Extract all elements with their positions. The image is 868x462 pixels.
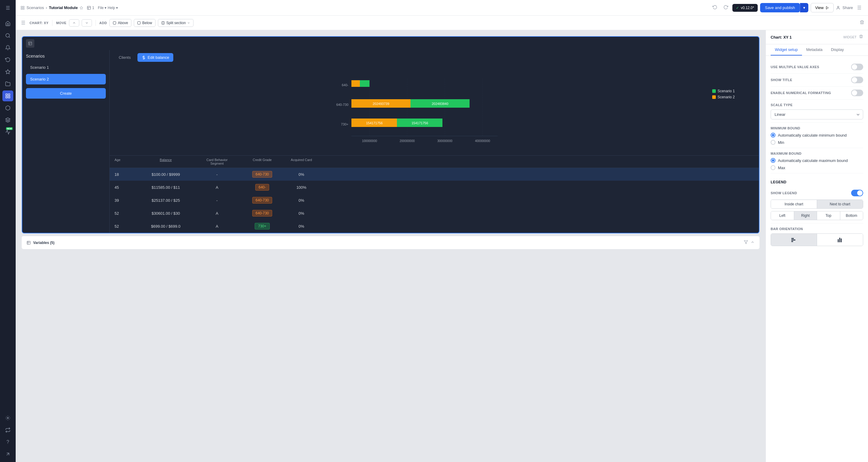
- move-up-button[interactable]: [69, 19, 79, 27]
- orientation-vertical-button[interactable]: [817, 234, 863, 246]
- sidebar-icon-export[interactable]: [2, 449, 13, 460]
- save-publish-button[interactable]: Save and publish: [760, 3, 800, 12]
- cell-acquired: 0%: [283, 197, 319, 204]
- file-menu[interactable]: File ▾: [98, 6, 107, 10]
- sidebar-toggle-button[interactable]: ☰: [19, 18, 27, 27]
- show-title-toggle[interactable]: [851, 77, 863, 83]
- svg-rect-18: [137, 21, 140, 24]
- legend-right-button[interactable]: Right: [794, 211, 817, 220]
- table-row[interactable]: 18 $100.00 / $9999 - 640-730 0%: [110, 168, 759, 181]
- redo-button[interactable]: [721, 3, 730, 13]
- orientation-horizontal-button[interactable]: [771, 234, 817, 246]
- scenario-item-2[interactable]: Scenario 2: [26, 74, 106, 84]
- cell-segment: A: [193, 223, 241, 230]
- sidebar-icon-bell[interactable]: [2, 42, 13, 53]
- help-menu[interactable]: Help ▾: [107, 6, 118, 10]
- cell-grade: 730+: [241, 223, 283, 230]
- sidebar-icon-search[interactable]: [2, 30, 13, 41]
- legend-top-button[interactable]: Top: [817, 211, 840, 220]
- tab-display[interactable]: Display: [827, 44, 848, 56]
- right-panel-content: USE MULTIPLE VALUE AXES SHOW TITLE ENABL…: [766, 56, 868, 462]
- sidebar-icon-question[interactable]: ?: [2, 437, 13, 447]
- share-button[interactable]: Share: [836, 5, 853, 10]
- save-publish-group: Save and publish ▾: [760, 3, 808, 12]
- max-auto-radio: [771, 158, 775, 163]
- cell-grade: 640-730: [241, 197, 283, 204]
- panel-delete-button[interactable]: [859, 34, 863, 40]
- legend-label-1: Scenario 1: [718, 89, 735, 93]
- legend-left-button[interactable]: Left: [771, 211, 794, 220]
- tab-clients[interactable]: Clients: [115, 53, 135, 61]
- legend-bottom-button[interactable]: Bottom: [840, 211, 863, 220]
- add-above-button[interactable]: Above: [110, 19, 131, 27]
- min-manual-option[interactable]: Min: [771, 140, 863, 145]
- cell-age: 52: [115, 210, 138, 216]
- cell-segment: A: [193, 184, 241, 191]
- scenario-item-1[interactable]: Scenario 1: [26, 62, 106, 73]
- sidebar-icon-cube[interactable]: [2, 103, 13, 113]
- min-bound-label: MINIMUM BOUND: [771, 126, 800, 130]
- move-down-button[interactable]: [82, 19, 92, 27]
- tab-metadata[interactable]: Metadata: [802, 44, 827, 56]
- sidebar-icon-new[interactable]: NEW: [2, 127, 13, 138]
- sidebar-icon-grid[interactable]: [2, 90, 13, 101]
- show-legend-toggle[interactable]: [851, 190, 863, 196]
- toolbar-divider-1: [52, 20, 53, 26]
- cell-age: 52: [115, 223, 138, 230]
- version-button[interactable]: ✓ v0.12.0*: [733, 4, 758, 12]
- sidebar-icon-menu[interactable]: ☰: [2, 2, 13, 13]
- header-actions: ✓ v0.12.0* Save and publish ▾ View Share…: [711, 3, 863, 13]
- max-auto-option[interactable]: Automatically calculate maximum bound: [771, 158, 863, 163]
- sidebar-icon-share[interactable]: [2, 425, 13, 435]
- scenarios-title: Scenarios: [26, 54, 106, 58]
- svg-rect-51: [841, 238, 842, 242]
- table-row[interactable]: 39 $25137.00 / $25 - 640-730 0%: [110, 194, 759, 207]
- svg-text:202493739: 202493739: [373, 102, 389, 106]
- table-row[interactable]: 52 $699.00 / $699.0 A 730+ 0%: [110, 220, 759, 233]
- tab-widget-setup[interactable]: Widget setup: [771, 44, 802, 56]
- sidebar-icon-star[interactable]: [2, 66, 13, 77]
- sidebar-icon-settings[interactable]: [2, 412, 13, 424]
- multiple-axes-toggle[interactable]: [851, 64, 863, 70]
- scale-type-select[interactable]: Linear Logarithmic: [771, 110, 863, 119]
- sidebar-icon-folder[interactable]: [2, 79, 13, 89]
- version-check-icon: ✓: [736, 6, 739, 10]
- svg-rect-50: [839, 238, 840, 242]
- breadcrumb: Scenarios › Tutorial Module: [21, 5, 83, 10]
- view-button[interactable]: View: [811, 3, 834, 12]
- max-manual-option[interactable]: Max: [771, 165, 863, 170]
- inside-chart-button[interactable]: Inside chart: [771, 200, 817, 208]
- delete-widget-button[interactable]: [860, 20, 864, 26]
- legend-title: LEGEND: [771, 176, 863, 187]
- cell-segment: -: [193, 197, 241, 204]
- scenarios-panel: Scenarios Scenario 1 Scenario 2 Create: [22, 50, 110, 233]
- table-row[interactable]: 52 $30601.00 / $30 A 640-730 0%: [110, 207, 759, 220]
- svg-rect-14: [87, 6, 91, 9]
- filter-button[interactable]: [744, 240, 748, 245]
- split-section-button[interactable]: Split section: [158, 19, 194, 27]
- main-container: Scenarios › Tutorial Module 1 File ▾ Hel…: [16, 0, 868, 462]
- collapse-button[interactable]: [750, 240, 755, 245]
- cell-balance: $11585.00 / $11: [138, 184, 193, 191]
- undo-button[interactable]: [711, 3, 719, 13]
- sidebar-icon-layers[interactable]: [2, 115, 13, 125]
- sidebar-icon-home[interactable]: [2, 18, 13, 29]
- add-below-button[interactable]: Below: [134, 19, 156, 27]
- svg-rect-9: [21, 6, 22, 7]
- numerical-formatting-toggle[interactable]: [851, 90, 863, 96]
- sidebar-icon-history[interactable]: [2, 54, 13, 65]
- svg-point-8: [7, 417, 9, 419]
- table-row[interactable]: 45 $11585.00 / $11 A 640- 100%: [110, 181, 759, 194]
- min-auto-option[interactable]: Automatically calculate minimum bound: [771, 133, 863, 138]
- save-publish-dropdown[interactable]: ▾: [800, 3, 808, 12]
- widget-icon: [26, 39, 34, 48]
- next-to-chart-button[interactable]: Next to chart: [817, 200, 863, 208]
- right-panel: Chart: XY 1 WIDGET Widget setup Metadata…: [766, 30, 868, 462]
- more-menu-button[interactable]: ☰: [855, 3, 863, 12]
- edit-balance-button[interactable]: Edit balance: [137, 53, 174, 62]
- multiple-axes-label: USE MULTIPLE VALUE AXES: [771, 65, 819, 69]
- breadcrumb-parent[interactable]: Scenarios: [27, 5, 44, 10]
- svg-rect-11: [23, 8, 24, 9]
- create-scenario-button[interactable]: Create: [26, 88, 106, 98]
- cell-age: 18: [115, 171, 138, 178]
